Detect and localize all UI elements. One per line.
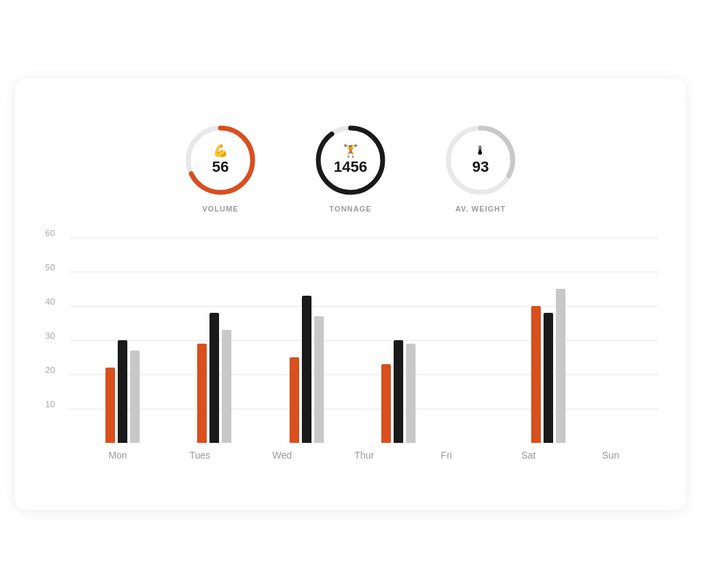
x-axis-labels: MonTuesWedThurFriSatSun <box>70 443 659 461</box>
bar-gray-tues <box>222 330 231 443</box>
bar-group-tues <box>197 313 231 443</box>
bars-sat <box>531 289 565 443</box>
bar-orange-mon <box>105 368 115 443</box>
chart-grid: 605040302010 <box>70 238 659 443</box>
y-label-40: 40 <box>45 296 55 307</box>
y-label-10: 10 <box>45 399 55 409</box>
bar-group-wed <box>290 296 324 443</box>
bar-group-sat <box>531 289 565 443</box>
x-label-sat: Sat <box>508 450 549 461</box>
bar-gray-sat <box>556 289 565 443</box>
gauges-row: 💪 56 VOLUME 🏋 1456 TONNAGE 🌡 93 <box>42 123 659 213</box>
y-label-30: 30 <box>45 331 55 341</box>
x-label-wed: Wed <box>262 450 303 461</box>
bar-gray-wed <box>314 316 324 443</box>
bar-group-thur <box>381 340 416 443</box>
bar-orange-tues <box>197 344 207 443</box>
bars-mon <box>105 340 140 443</box>
bar-black-sat <box>544 313 553 443</box>
x-label-sun: Sun <box>590 450 631 461</box>
bar-orange-sat <box>531 306 541 443</box>
bar-group-mon <box>105 340 140 443</box>
bar-gray-thur <box>406 344 416 443</box>
gauge-icon-av-weight: 🌡 <box>474 144 487 157</box>
bar-black-thur <box>394 340 403 443</box>
bars-container <box>70 238 659 443</box>
x-label-fri: Fri <box>426 450 467 461</box>
x-label-thur: Thur <box>344 450 385 461</box>
bar-gray-mon <box>130 350 140 443</box>
y-label-60: 60 <box>45 228 55 238</box>
gauge-icon-tonnage: 🏋 <box>343 144 358 157</box>
gauge-label-volume: VOLUME <box>202 205 238 213</box>
bar-black-wed <box>302 296 311 443</box>
gauge-tonnage: 🏋 1456 TONNAGE <box>313 123 388 213</box>
main-card: 💪 56 VOLUME 🏋 1456 TONNAGE 🌡 93 <box>15 79 686 510</box>
bars-thur <box>381 340 416 443</box>
gauge-circle-volume: 💪 56 <box>183 123 258 198</box>
gauge-value-volume: 56 <box>212 158 229 176</box>
chart-area: 605040302010 MonTuesWedThurFriSatSun <box>42 238 659 488</box>
gauge-label-av-weight: AV. WEIGHT <box>455 205 506 213</box>
bars-tues <box>197 313 231 443</box>
gauge-label-tonnage: TONNAGE <box>329 205 372 213</box>
bar-black-tues <box>209 313 219 443</box>
y-label-50: 50 <box>45 262 55 272</box>
gauge-volume: 💪 56 VOLUME <box>183 123 258 213</box>
x-label-mon: Mon <box>97 450 138 461</box>
bar-orange-thur <box>381 364 391 443</box>
bars-wed <box>290 296 324 443</box>
gauge-circle-tonnage: 🏋 1456 <box>313 123 388 198</box>
y-label-20: 20 <box>45 365 55 375</box>
gauge-value-tonnage: 1456 <box>334 158 368 176</box>
gauge-icon-volume: 💪 <box>213 144 228 157</box>
bar-black-mon <box>118 340 127 443</box>
gauge-value-av-weight: 93 <box>472 158 489 176</box>
bar-orange-wed <box>290 357 299 443</box>
gauge-circle-av-weight: 🌡 93 <box>443 123 518 198</box>
gauge-av-weight: 🌡 93 AV. WEIGHT <box>443 123 518 213</box>
x-label-tues: Tues <box>179 450 220 461</box>
